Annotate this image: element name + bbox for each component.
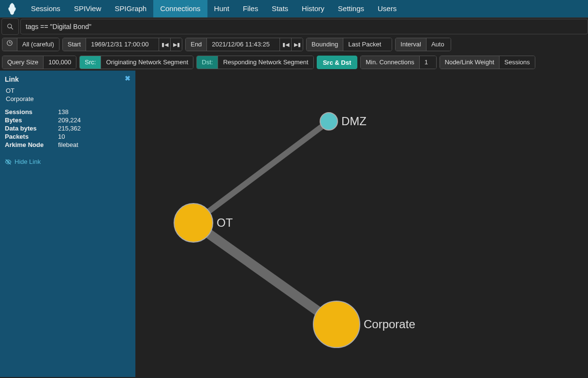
link-endpoint-a: OT bbox=[5, 87, 131, 94]
step-forward-icon: ▶▮ bbox=[294, 42, 301, 48]
eye-slash-icon bbox=[5, 159, 12, 165]
nav-sessions[interactable]: Sessions bbox=[24, 0, 67, 17]
arkime-owl-icon bbox=[7, 1, 17, 16]
search-button[interactable] bbox=[1, 18, 19, 35]
end-label: End bbox=[186, 38, 207, 51]
step-forward-icon: ▶▮ bbox=[173, 42, 180, 48]
stat-key: Arkime Node bbox=[5, 141, 58, 148]
nav-spiview[interactable]: SPIView bbox=[67, 0, 108, 17]
stat-value: 215,362 bbox=[58, 125, 81, 132]
graph-node-ot[interactable] bbox=[174, 204, 213, 242]
src-label: Src: bbox=[80, 56, 101, 69]
stat-row: Bytes 209,224 bbox=[5, 116, 131, 124]
clock-icon bbox=[6, 40, 13, 46]
search-icon bbox=[7, 23, 14, 30]
query-size-label: Query Size bbox=[2, 56, 44, 69]
end-step-forward[interactable]: ▶▮ bbox=[291, 38, 303, 51]
graph-node-label: OT bbox=[217, 216, 233, 229]
nav-users[interactable]: Users bbox=[371, 0, 403, 17]
svg-line-1 bbox=[11, 27, 13, 29]
start-step-back[interactable]: ▮◀ bbox=[159, 38, 170, 51]
stat-row: Arkime Node filebeat bbox=[5, 141, 131, 148]
weight-label: Node/Link Weight bbox=[440, 56, 500, 69]
time-controls: All (careful) Start ▮◀ ▶▮ End ▮◀ ▶▮ Boun… bbox=[0, 37, 588, 52]
end-input[interactable] bbox=[207, 38, 279, 51]
stat-value: 10 bbox=[58, 133, 65, 140]
time-range-select[interactable]: All (careful) bbox=[17, 38, 59, 51]
dst-select[interactable]: Responding Network Segment bbox=[218, 56, 313, 69]
src-and-dst-button[interactable]: Src & Dst bbox=[317, 56, 358, 69]
interval-select[interactable]: Auto bbox=[426, 38, 451, 51]
search-bar bbox=[0, 17, 588, 35]
stat-key: Data bytes bbox=[5, 125, 58, 132]
start-label: Start bbox=[63, 38, 86, 51]
stat-key: Sessions bbox=[5, 108, 58, 116]
bounding-select[interactable]: Last Packet bbox=[343, 38, 392, 51]
interval-label: Interval bbox=[396, 38, 426, 51]
nav-connections[interactable]: Connections bbox=[153, 0, 207, 17]
time-icon-button[interactable] bbox=[2, 38, 17, 51]
dst-label: Dst: bbox=[197, 56, 218, 69]
graph-link[interactable] bbox=[193, 223, 337, 324]
graph-node-dmz[interactable] bbox=[320, 113, 338, 130]
link-endpoint-b: Corporate bbox=[5, 95, 131, 102]
src-select[interactable]: Originating Network Segment bbox=[101, 56, 193, 69]
link-details-panel: Link ✖ OT Corporate Sessions 138 Bytes 2… bbox=[0, 71, 135, 377]
start-step-forward[interactable]: ▶▮ bbox=[170, 38, 182, 51]
nav-hunt[interactable]: Hunt bbox=[207, 0, 236, 17]
stat-value: 209,224 bbox=[58, 116, 81, 124]
graph-node-label: Corporate bbox=[364, 318, 415, 331]
weight-select[interactable]: Sessions bbox=[500, 56, 535, 69]
stat-row: Data bytes 215,362 bbox=[5, 125, 131, 132]
link-stats: Sessions 138 Bytes 209,224 Data bytes 21… bbox=[5, 108, 131, 148]
top-nav: Sessions SPIView SPIGraph Connections Hu… bbox=[0, 0, 588, 17]
graph-node-label: DMZ bbox=[341, 115, 367, 128]
stat-row: Sessions 138 bbox=[5, 108, 131, 116]
hide-link-button[interactable]: Hide Link bbox=[5, 158, 131, 165]
stat-row: Packets 10 bbox=[5, 133, 131, 140]
close-panel-button[interactable]: ✖ bbox=[125, 74, 131, 82]
stat-value: filebeat bbox=[58, 141, 78, 148]
panel-title: Link bbox=[5, 75, 131, 83]
min-connections-label: Min. Connections bbox=[361, 56, 419, 69]
close-icon: ✖ bbox=[125, 74, 131, 82]
nav-spigraph[interactable]: SPIGraph bbox=[108, 0, 153, 17]
stat-key: Packets bbox=[5, 133, 58, 140]
graph-controls: Query Size 100,000 Src: Originating Netw… bbox=[0, 54, 588, 71]
min-connections-stepper[interactable]: 1 bbox=[420, 56, 436, 69]
query-size-select[interactable]: 100,000 bbox=[44, 56, 76, 69]
nav-settings[interactable]: Settings bbox=[331, 0, 371, 17]
connections-graph[interactable]: DMZOTCorporate bbox=[135, 71, 588, 377]
nav-files[interactable]: Files bbox=[236, 0, 265, 17]
stat-key: Bytes bbox=[5, 116, 58, 124]
step-back-icon: ▮◀ bbox=[162, 42, 168, 48]
logo[interactable] bbox=[0, 1, 24, 16]
nav-stats[interactable]: Stats bbox=[265, 0, 295, 17]
hide-link-label: Hide Link bbox=[15, 158, 41, 165]
graph-link[interactable] bbox=[193, 121, 329, 223]
stat-value: 138 bbox=[58, 108, 69, 116]
search-input[interactable] bbox=[20, 19, 588, 34]
bounding-label: Bounding bbox=[307, 38, 343, 51]
nav-history[interactable]: History bbox=[295, 0, 331, 17]
start-input[interactable] bbox=[86, 38, 159, 51]
svg-point-0 bbox=[8, 24, 12, 28]
graph-node-corporate[interactable] bbox=[313, 301, 360, 348]
end-step-back[interactable]: ▮◀ bbox=[279, 38, 291, 51]
step-back-icon: ▮◀ bbox=[282, 42, 289, 48]
